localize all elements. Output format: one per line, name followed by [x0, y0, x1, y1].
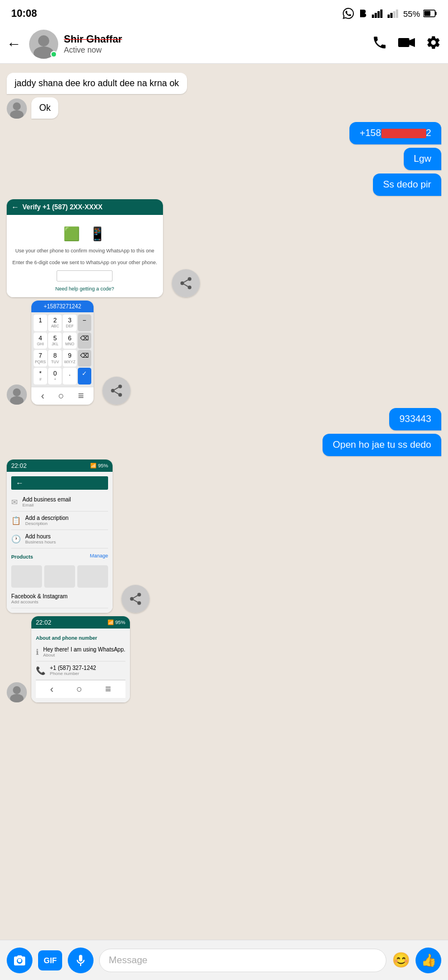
bubble-sent-5: Ss dedo pir [373, 174, 441, 196]
header-actions [372, 35, 441, 54]
key-4: 4GHI [34, 332, 47, 349]
redacted-number [381, 129, 426, 138]
svg-line-28 [114, 387, 118, 390]
ss-profile-time: 22:02 [11, 462, 27, 469]
svg-rect-4 [388, 15, 390, 18]
mic-button[interactable] [68, 948, 94, 973]
svg-line-27 [114, 391, 118, 393]
message-sent-6: 933443 [389, 408, 441, 430]
gif-label: GIF [44, 956, 57, 965]
gif-button[interactable]: GIF [38, 950, 62, 970]
key-6: 6MNO [63, 332, 76, 349]
svg-point-19 [188, 286, 192, 289]
ss-desc-row: 📋 Add a description Description [11, 512, 108, 530]
ss-keypad-grid: 1 2ABC 3DEF − 4GHI 5JKL 6MNO ⌫ 7PQRS 8TU… [31, 312, 94, 386]
ss-profile-signal: 📶 95% [90, 463, 108, 468]
ss-manage-label: Manage [90, 553, 108, 559]
svg-point-26 [118, 393, 122, 397]
svg-rect-0 [372, 15, 374, 18]
thumbs-up-icon: 👍 [421, 953, 436, 968]
phone-call-icon[interactable] [372, 35, 388, 54]
svg-line-33 [133, 595, 137, 598]
svg-rect-1 [375, 13, 377, 18]
svg-rect-6 [393, 11, 395, 18]
arrow-icon: 📱 [89, 226, 106, 242]
screenshot-profile-bubble: 22:02 📶 95% ← ✉ Add business email Email… [7, 459, 113, 613]
bubble-received-2: Ok [31, 97, 58, 119]
svg-point-30 [130, 597, 134, 601]
svg-point-29 [137, 593, 141, 597]
ss-verify-sub-text: Enter the 6-digit code we sent to WhatsA… [12, 259, 157, 266]
ss-profile2-header: 22:02 📶 95% [31, 616, 130, 629]
status-icons: 55% [343, 8, 437, 19]
ss-product-2 [44, 565, 75, 588]
contact-info[interactable]: Shir Ghaffar Active now [64, 34, 366, 54]
svg-point-24 [118, 385, 122, 388]
svg-rect-13 [398, 38, 409, 47]
bubble-sent-4: Lgw [404, 148, 441, 170]
svg-point-11 [38, 35, 49, 46]
ss-accounts-sub: Add accounts [11, 599, 68, 604]
nav2-menu: ≡ [105, 683, 111, 695]
ss-profile2-signal: 📶 95% [108, 620, 125, 625]
ss-code-input [57, 270, 113, 282]
mic-icon [74, 954, 87, 967]
ss-about-title: About and phone number [36, 633, 125, 643]
ss-hours-sub: Business hours [25, 540, 56, 545]
message-input[interactable] [99, 949, 386, 972]
online-indicator [50, 51, 57, 58]
ss-verify-body-text: Use your other phone to confirm moving W… [12, 247, 157, 255]
svg-rect-10 [424, 11, 431, 16]
chat-input-bar: GIF 😊 👍 [0, 940, 448, 980]
screenshot-keypad-row: +15873271242 1 2ABC 3DEF − 4GHI 5JKL 6MN… [7, 301, 130, 404]
nav2-back: ‹ [50, 683, 53, 695]
ss-profile2-nav-bottom: ‹ ○ ≡ [36, 680, 125, 698]
ss-desc-icon: 📋 [11, 516, 21, 525]
svg-rect-7 [396, 10, 398, 18]
key-star: *# [34, 368, 47, 385]
back-button[interactable]: ← [7, 35, 21, 53]
ss-hours-title: Add hours [25, 533, 56, 540]
nav-menu: ≡ [78, 390, 84, 402]
emoji-button[interactable]: 😊 [392, 951, 410, 969]
ss-help-text: Need help getting a code? [12, 286, 157, 292]
ss-phone-icon: 📞 [36, 666, 45, 675]
key-backspace: ⌫ [78, 332, 91, 349]
message-text-1: jaddy shana dee kro adult dee na krna ok [15, 78, 179, 88]
battery-text: 55% [403, 9, 420, 18]
battery-icon [423, 10, 437, 17]
contact-avatar[interactable] [29, 30, 58, 59]
ss-profile-body: ← ✉ Add business email Email 📋 Add a des… [7, 472, 113, 613]
ss-back-icon: ← [11, 203, 19, 212]
bubble-sent-7: Open ho jae tu ss dedo [323, 434, 441, 456]
ss-phone-row: 📞 +1 (587) 327-1242 Phone number [36, 662, 125, 680]
camera-button[interactable] [7, 948, 32, 973]
key-3: 3DEF [63, 315, 76, 331]
message-avatar-2 [7, 99, 27, 119]
share-button-1[interactable] [172, 269, 200, 297]
nav-home: ○ [58, 390, 64, 402]
share-button-3[interactable] [122, 585, 150, 613]
ss-phone-text: +1 (587) 327-1242 [50, 665, 96, 671]
ss-about-text: Hey there! I am using WhatsApp. [43, 646, 125, 653]
battery-full-icon: 🟩 [63, 226, 80, 242]
svg-point-23 [10, 396, 24, 405]
video-call-icon[interactable] [398, 35, 416, 54]
key-minus: − [78, 315, 91, 331]
signal2-icon [388, 9, 400, 18]
gear-icon[interactable] [426, 35, 441, 54]
key-dot: . [63, 368, 76, 385]
ss-profile-back: ← [16, 479, 24, 487]
screenshot-verify-bubble: ← Verify +1 (587) 2XX-XXXX 🟩 📱 Use your … [7, 199, 163, 297]
message-text-6: 933443 [399, 414, 431, 424]
ss-nav-bottom: ‹ ○ ≡ [31, 387, 94, 405]
ss-profile-header: 22:02 📶 95% [7, 459, 113, 472]
nav2-home: ○ [76, 683, 82, 695]
key-8: 8TUV [48, 350, 62, 367]
key-del: ⌫ [78, 350, 91, 367]
message-avatar-profile2 [7, 682, 27, 702]
ss-products-row [11, 565, 108, 588]
thumbs-up-button[interactable]: 👍 [416, 948, 441, 973]
ss-desc-title: Add a description [25, 515, 68, 521]
share-button-2[interactable] [102, 377, 130, 405]
